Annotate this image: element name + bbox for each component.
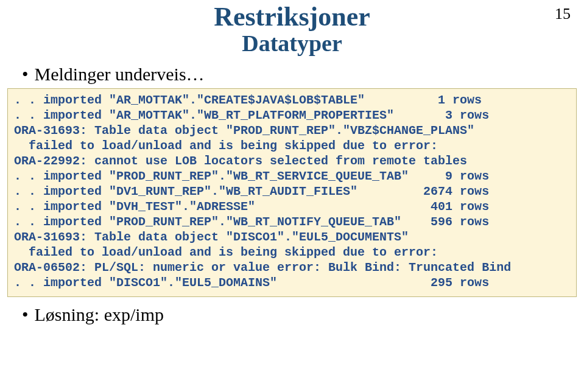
page-number: 15 bbox=[555, 5, 571, 23]
code-block: . . imported "AR_MOTTAK"."CREATE$JAVA$LO… bbox=[7, 88, 577, 297]
bullet-item: • Løsning: exp/imp bbox=[22, 304, 584, 325]
bullet-icon: • bbox=[22, 65, 29, 83]
code-line: . . imported "AR_MOTTAK"."WB_RT_PLATFORM… bbox=[14, 108, 570, 123]
slide-title: Restriksjoner bbox=[0, 1, 584, 32]
code-line: failed to load/unload and is being skipp… bbox=[14, 138, 570, 153]
code-line: . . imported "PROD_RUNT_REP"."WB_RT_SERV… bbox=[14, 169, 570, 184]
bullet-list-bottom: • Løsning: exp/imp bbox=[22, 304, 584, 325]
code-line: . . imported "AR_MOTTAK"."CREATE$JAVA$LO… bbox=[14, 93, 570, 108]
code-line: ORA-22992: cannot use LOB locators selec… bbox=[14, 153, 570, 169]
bullet-text: Meldinger underveis… bbox=[35, 64, 205, 85]
code-line: . . imported "DV1_RUNT_REP"."WB_RT_AUDIT… bbox=[14, 184, 570, 199]
slide-subtitle: Datatyper bbox=[0, 30, 584, 57]
code-line: . . imported "DISCO1"."EUL5_DOMAINS" 295… bbox=[14, 275, 570, 290]
bullet-text: Løsning: exp/imp bbox=[35, 304, 164, 325]
code-line: ORA-06502: PL/SQL: numeric or value erro… bbox=[14, 260, 570, 275]
bullet-item: • Meldinger underveis… bbox=[22, 64, 584, 85]
code-line: ORA-31693: Table data object "DISCO1"."E… bbox=[14, 229, 570, 245]
bullet-list-top: • Meldinger underveis… bbox=[22, 64, 584, 85]
code-line: failed to load/unload and is being skipp… bbox=[14, 245, 570, 260]
code-line: ORA-31693: Table data object "PROD_RUNT_… bbox=[14, 123, 570, 138]
title-block: Restriksjoner Datatyper bbox=[0, 0, 584, 57]
code-line: . . imported "DVH_TEST"."ADRESSE" 401 ro… bbox=[14, 199, 570, 214]
code-line: . . imported "PROD_RUNT_REP"."WB_RT_NOTI… bbox=[14, 214, 570, 229]
bullet-icon: • bbox=[22, 306, 29, 324]
